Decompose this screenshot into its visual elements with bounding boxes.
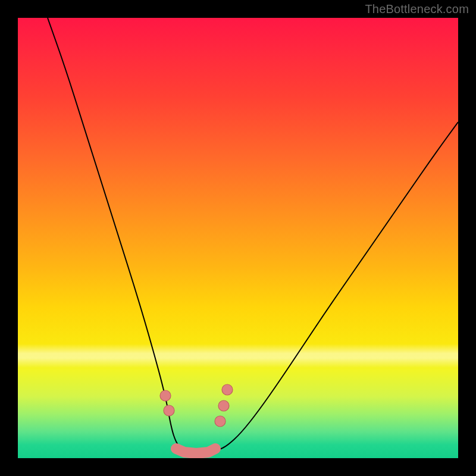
left-curve: [48, 18, 181, 449]
marker-dot: [164, 405, 174, 416]
marker-dot: [160, 390, 171, 401]
right-curve: [215, 122, 458, 449]
marker-dot: [218, 400, 229, 411]
data-markers: [160, 384, 233, 427]
watermark-text: TheBottleneck.com: [365, 2, 469, 16]
chart-frame: TheBottleneck.com: [0, 0, 476, 476]
chart-svg: [18, 18, 458, 458]
valley-bottom: [176, 449, 215, 453]
marker-dot: [222, 384, 233, 395]
marker-dot: [215, 416, 226, 427]
plot-area: [18, 18, 458, 458]
